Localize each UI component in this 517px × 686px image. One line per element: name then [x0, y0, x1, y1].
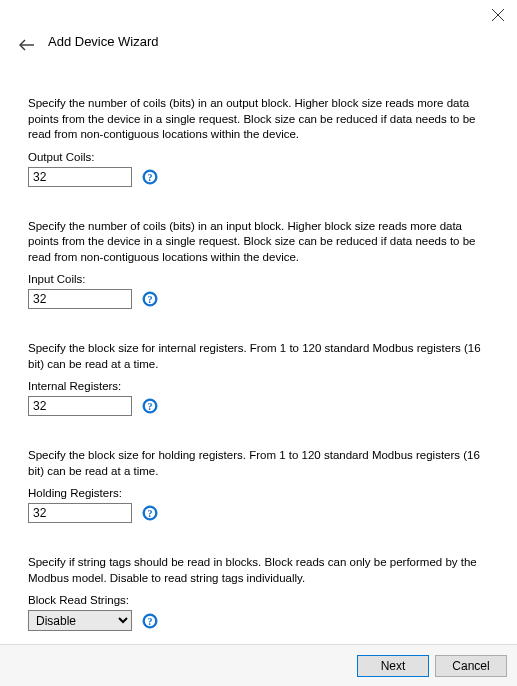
- help-icon[interactable]: ?: [142, 291, 158, 307]
- internal-registers-label: Internal Registers:: [28, 380, 490, 392]
- svg-text:?: ?: [148, 401, 153, 412]
- internal-registers-input[interactable]: [28, 396, 132, 416]
- output-coils-desc: Specify the number of coils (bits) in an…: [28, 96, 490, 143]
- section-output-coils: Specify the number of coils (bits) in an…: [28, 96, 490, 187]
- block-read-strings-label: Block Read Strings:: [28, 594, 490, 606]
- help-icon[interactable]: ?: [142, 505, 158, 521]
- page-title: Add Device Wizard: [48, 34, 159, 49]
- close-icon[interactable]: [491, 8, 505, 22]
- holding-registers-desc: Specify the block size for holding regis…: [28, 448, 490, 479]
- section-internal-registers: Specify the block size for internal regi…: [28, 341, 490, 416]
- output-coils-label: Output Coils:: [28, 151, 490, 163]
- holding-registers-label: Holding Registers:: [28, 487, 490, 499]
- input-coils-label: Input Coils:: [28, 273, 490, 285]
- footer: Next Cancel: [0, 644, 517, 686]
- section-block-read-strings: Specify if string tags should be read in…: [28, 555, 490, 631]
- svg-text:?: ?: [148, 294, 153, 305]
- internal-registers-desc: Specify the block size for internal regi…: [28, 341, 490, 372]
- back-icon[interactable]: [18, 38, 36, 52]
- help-icon[interactable]: ?: [142, 169, 158, 185]
- input-coils-input[interactable]: [28, 289, 132, 309]
- svg-text:?: ?: [148, 172, 153, 183]
- section-input-coils: Specify the number of coils (bits) in an…: [28, 219, 490, 310]
- output-coils-input[interactable]: [28, 167, 132, 187]
- help-icon[interactable]: ?: [142, 613, 158, 629]
- block-read-strings-desc: Specify if string tags should be read in…: [28, 555, 490, 586]
- block-read-strings-select[interactable]: Disable Enable: [28, 610, 132, 631]
- svg-text:?: ?: [148, 616, 153, 627]
- section-holding-registers: Specify the block size for holding regis…: [28, 448, 490, 523]
- cancel-button[interactable]: Cancel: [435, 655, 507, 677]
- help-icon[interactable]: ?: [142, 398, 158, 414]
- wizard-window: Add Device Wizard Specify the number of …: [0, 0, 517, 686]
- input-coils-desc: Specify the number of coils (bits) in an…: [28, 219, 490, 266]
- content-area: Specify the number of coils (bits) in an…: [28, 96, 490, 663]
- next-button[interactable]: Next: [357, 655, 429, 677]
- holding-registers-input[interactable]: [28, 503, 132, 523]
- svg-text:?: ?: [148, 508, 153, 519]
